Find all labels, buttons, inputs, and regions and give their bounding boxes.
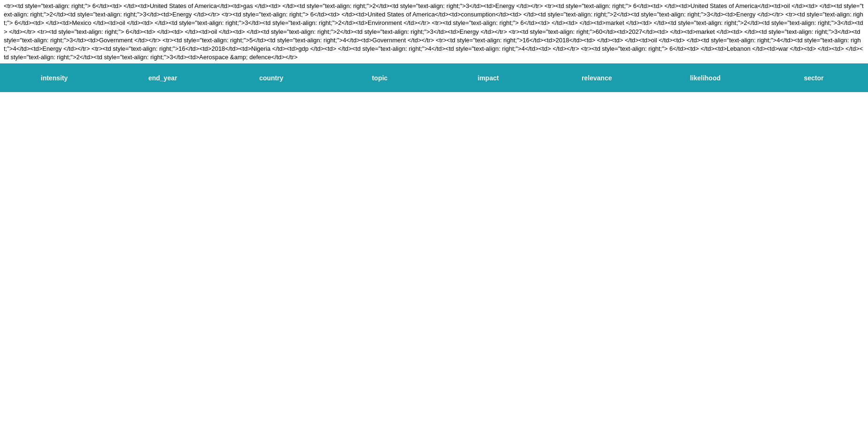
- header-intensity[interactable]: intensity: [0, 70, 108, 86]
- header-sector[interactable]: sector: [760, 70, 868, 86]
- header-country[interactable]: country: [217, 70, 325, 86]
- header-topic[interactable]: topic: [325, 70, 434, 86]
- raw-content: <tr><td style="text-align: right;"> 6</t…: [4, 2, 864, 61]
- empty-content-area: [0, 92, 868, 365]
- table-header: intensity end_year country topic impact …: [0, 63, 868, 92]
- raw-text-area: <tr><td style="text-align: right;"> 6</t…: [0, 0, 868, 63]
- header-likelihood[interactable]: likelihood: [651, 70, 760, 86]
- header-impact[interactable]: impact: [434, 70, 543, 86]
- header-relevance[interactable]: relevance: [543, 70, 651, 86]
- header-end-year[interactable]: end_year: [108, 70, 217, 86]
